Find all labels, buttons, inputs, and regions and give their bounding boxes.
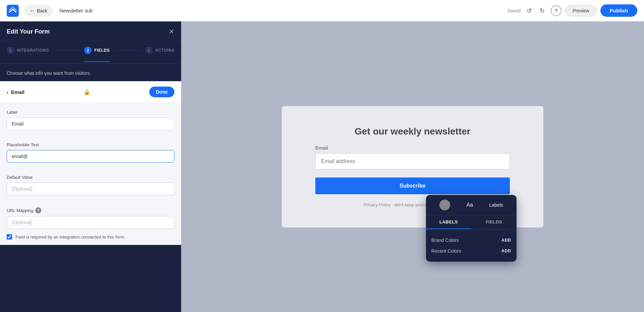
back-arrow-icon: ←: [30, 8, 35, 14]
placeholder-input[interactable]: [7, 150, 174, 163]
required-checkbox-row: Field is required by an integration conn…: [0, 229, 181, 245]
placeholder-field-group: Placeholder Text: [0, 136, 181, 163]
color-tab-fields[interactable]: FIELDS: [471, 215, 517, 229]
done-button[interactable]: Done: [149, 87, 174, 97]
color-tabs: LABELS FIELDS: [426, 215, 517, 229]
publish-button[interactable]: Publish: [600, 4, 637, 17]
choose-text: Choose what info you want from visitors.: [0, 64, 181, 81]
default-value-label: Default Value: [7, 175, 174, 180]
step-label-actions: ACTIONS: [155, 48, 175, 53]
panel-title: Edit Your Form: [7, 28, 50, 35]
labels-popup-text[interactable]: Labels: [489, 202, 503, 208]
default-value-field-group: Default Value: [0, 168, 181, 195]
recent-colors-add-button[interactable]: ADD: [501, 249, 511, 253]
url-mapping-label-row: URL Mapping ?: [7, 207, 174, 213]
step-fields[interactable]: 2 FIELDS: [84, 47, 110, 58]
url-mapping-help-icon[interactable]: ?: [35, 207, 41, 213]
help-button[interactable]: ?: [551, 5, 561, 16]
color-circle-swatch[interactable]: [439, 200, 450, 210]
recent-colors-label: Recent Colors: [431, 248, 461, 254]
default-value-input[interactable]: [7, 183, 174, 195]
email-field-preview: Email: [315, 145, 510, 169]
nav-right: Saved ↺ ↻ ? Preview Publish: [507, 4, 637, 17]
newsletter-preview-title: Get our weekly newsletter: [355, 126, 470, 137]
email-label: Email: [11, 89, 24, 95]
main-layout: Edit Your Form ✕ 1 INTEGRATIONS 2 FIELDS…: [0, 21, 644, 312]
back-chevron-icon: ‹: [7, 89, 8, 95]
email-preview-label: Email: [315, 145, 510, 151]
step-divider-1: [53, 50, 80, 51]
required-checkbox[interactable]: [7, 234, 12, 240]
color-tab-labels[interactable]: LABELS: [426, 215, 471, 229]
top-nav: ← Back Newsletter sub Saved ↺ ↻ ? Previe…: [0, 0, 644, 21]
label-field-label: Label: [7, 110, 174, 115]
aa-text[interactable]: Aa: [467, 202, 473, 208]
svg-rect-0: [7, 5, 19, 17]
step-integrations[interactable]: 1 INTEGRATIONS: [7, 47, 49, 58]
back-button[interactable]: ← Back: [24, 5, 53, 16]
left-panel: Edit Your Form ✕ 1 INTEGRATIONS 2 FIELDS…: [0, 21, 181, 312]
step-num-3: 3: [145, 47, 153, 54]
step-label-integrations: INTEGRATIONS: [17, 48, 49, 53]
lock-icon: 🔒: [84, 89, 90, 95]
brand-colors-add-button[interactable]: ADD: [501, 238, 511, 243]
email-back-label[interactable]: ‹ Email: [7, 89, 24, 95]
redo-button[interactable]: ↻: [538, 5, 547, 16]
email-preview-input[interactable]: [315, 153, 510, 169]
step-num-2: 2: [84, 47, 92, 54]
page-title: Newsletter sub: [59, 8, 93, 13]
step-num-1: 1: [7, 47, 14, 54]
email-card-header: ‹ Email 🔒 Done: [0, 81, 181, 103]
color-popup-top: Aa Labels: [426, 195, 517, 215]
label-field-group: Label: [0, 103, 181, 130]
preview-button[interactable]: Preview: [566, 5, 596, 16]
back-label: Back: [37, 8, 47, 13]
brand-colors-label: Brand Colors: [431, 238, 459, 243]
url-mapping-label: URL Mapping: [7, 208, 33, 213]
form-fields-area: Label Placeholder Text Default Value URL…: [0, 103, 181, 245]
required-checkbox-label: Field is required by an integration conn…: [15, 235, 124, 240]
steps-bar: 1 INTEGRATIONS 2 FIELDS 3 ACTIONS: [0, 41, 181, 64]
right-preview-area: Get our weekly newsletter Email Subscrib…: [181, 21, 644, 312]
step-divider-2: [114, 50, 141, 51]
close-panel-button[interactable]: ✕: [169, 28, 174, 36]
color-picker-popup: Aa Labels LABELS FIELDS Brand Colors ADD…: [426, 195, 517, 262]
url-mapping-input[interactable]: [7, 216, 174, 229]
saved-status: Saved: [507, 8, 521, 13]
undo-button[interactable]: ↺: [525, 5, 534, 16]
subscribe-preview-button[interactable]: Subscribe: [315, 177, 510, 194]
step-actions[interactable]: 3 ACTIONS: [145, 47, 175, 58]
url-mapping-field-group: URL Mapping ?: [0, 201, 181, 229]
email-card: ‹ Email 🔒 Done Label Placeholder Text: [0, 81, 181, 245]
label-input[interactable]: [7, 117, 174, 130]
brand-colors-row: Brand Colors ADD: [431, 235, 511, 246]
panel-header: Edit Your Form ✕: [0, 21, 181, 41]
recent-colors-row: Recent Colors ADD: [431, 246, 511, 256]
color-section: Brand Colors ADD Recent Colors ADD: [426, 229, 517, 262]
step-label-fields: FIELDS: [94, 48, 110, 53]
app-logo: [7, 5, 19, 17]
placeholder-field-label: Placeholder Text: [7, 142, 174, 147]
